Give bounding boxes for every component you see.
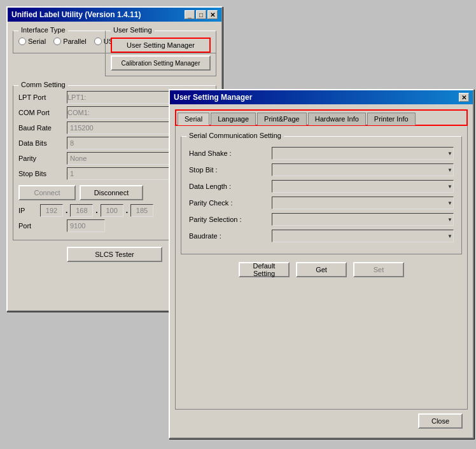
data-length-wrapper — [272, 180, 454, 193]
data-length-row: Data Length : — [189, 180, 454, 193]
baudrate-label: Baudrate : — [189, 232, 272, 240]
dialog-close-button[interactable]: ✕ — [459, 93, 469, 102]
dialog-title-buttons: ✕ — [459, 93, 469, 102]
stop-bits-label: Stop Bits — [18, 170, 63, 177]
baud-rate-label: Baud Rate — [18, 124, 63, 132]
serial-comm-group-label: Serial Communication Setting — [186, 132, 284, 139]
stop-bit-wrapper — [272, 163, 454, 176]
ip-dot-3: . — [126, 206, 128, 215]
handshake-select[interactable] — [272, 147, 454, 160]
handshake-row: Hand Shake : — [189, 147, 454, 160]
title-bar-buttons: _ □ ✕ — [185, 10, 218, 19]
disconnect-button[interactable]: Disconnect — [80, 185, 143, 200]
dialog-buttons: Default Setting Get Set — [181, 262, 462, 277]
radio-serial-input[interactable] — [18, 38, 26, 45]
radio-parallel[interactable]: Parallel — [53, 38, 87, 45]
dialog-title-bar: User Setting Manager ✕ — [170, 90, 473, 104]
data-length-select[interactable] — [272, 180, 454, 193]
tab-serial[interactable]: Serial — [178, 113, 209, 125]
user-setting-label: User Setting — [111, 26, 155, 34]
parity-selection-row: Parity Selection : — [189, 213, 454, 226]
close-button[interactable]: ✕ — [207, 10, 218, 19]
ip-label: IP — [18, 207, 38, 214]
parity-selection-select[interactable] — [272, 213, 454, 226]
dialog-title: User Setting Manager — [174, 93, 252, 102]
handshake-wrapper — [272, 147, 454, 160]
get-button[interactable]: Get — [296, 262, 347, 277]
dialog-content: Serial Language Print&Page Hardware Info… — [170, 104, 473, 438]
connect-button[interactable]: Connect — [18, 185, 76, 200]
parity-check-row: Parity Check : — [189, 197, 454, 209]
baudrate-row: Baudrate : — [189, 230, 454, 242]
ip-part-3[interactable] — [101, 204, 123, 217]
stop-bit-label: Stop Bit : — [189, 166, 272, 174]
dialog-window: User Setting Manager ✕ Serial Language P… — [169, 89, 474, 439]
tab-hardwareinfo[interactable]: Hardware Info — [308, 113, 366, 125]
stop-bit-row: Stop Bit : — [189, 163, 454, 176]
data-bits-label: Data Bits — [18, 139, 63, 147]
close-dialog-button[interactable]: Close — [418, 413, 463, 429]
close-row: Close — [175, 410, 468, 432]
user-setting-manager-button[interactable]: User Setting Manager — [111, 38, 211, 53]
port-field: 9100 — [67, 219, 105, 232]
serial-comm-group: Serial Communication Setting Hand Shake … — [181, 136, 462, 254]
port-label: Port — [18, 222, 63, 230]
baudrate-wrapper — [272, 230, 454, 242]
parity-check-select[interactable] — [272, 197, 454, 209]
com-port-label: COM Port — [18, 109, 63, 116]
parity-selection-wrapper — [272, 213, 454, 226]
user-setting-group: User Setting User Setting Manager Calibr… — [105, 31, 216, 76]
parity-label: Parity — [18, 155, 63, 162]
set-button[interactable]: Set — [353, 262, 404, 277]
radio-serial[interactable]: Serial — [18, 38, 46, 45]
slcs-tester-button[interactable]: SLCS Tester — [67, 247, 162, 262]
minimize-button[interactable]: _ — [185, 10, 195, 19]
calibration-setting-button[interactable]: Calibration Setting Manager — [111, 55, 211, 71]
parity-check-label: Parity Check : — [189, 199, 272, 207]
main-window-title: Unified Label Utility (Version 1.4.11) — [11, 10, 141, 19]
stop-bit-select[interactable] — [272, 163, 454, 176]
radio-usb-input[interactable] — [94, 38, 102, 45]
interface-type-label: Interface Type — [18, 26, 68, 34]
tab-language[interactable]: Language — [211, 113, 256, 125]
default-setting-button[interactable]: Default Setting — [239, 262, 290, 277]
maximize-button[interactable]: □ — [196, 10, 206, 19]
ip-dot-1: . — [66, 206, 67, 215]
handshake-label: Hand Shake : — [189, 149, 272, 157]
lpt-port-label: LPT Port — [18, 93, 63, 101]
baudrate-select[interactable] — [272, 230, 454, 242]
parity-check-wrapper — [272, 197, 454, 209]
parity-selection-label: Parity Selection : — [189, 216, 272, 223]
comm-setting-label: Comm Setting — [18, 81, 68, 88]
data-length-label: Data Length : — [189, 183, 272, 190]
tab-printerinfo[interactable]: Printer Info — [367, 113, 416, 125]
tab-printpage[interactable]: Print&Page — [257, 113, 307, 125]
radio-parallel-input[interactable] — [53, 38, 61, 45]
tab-panel-serial: Serial Communication Setting Hand Shake … — [175, 125, 468, 410]
ip-part-1[interactable] — [40, 204, 63, 217]
tabs-highlighted-border: Serial Language Print&Page Hardware Info… — [175, 109, 468, 126]
ip-part-4[interactable] — [130, 204, 153, 217]
ip-part-2[interactable] — [70, 204, 93, 217]
main-title-bar: Unified Label Utility (Version 1.4.11) _… — [8, 8, 221, 22]
ip-dot-2: . — [95, 206, 97, 215]
